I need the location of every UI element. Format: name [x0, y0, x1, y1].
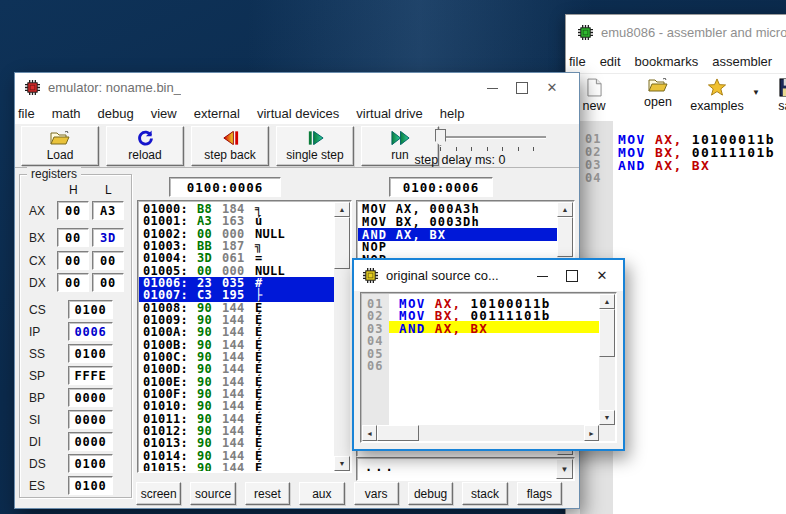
memory-row[interactable]: 0100A:90144É	[139, 326, 334, 338]
register-bx-h-field[interactable]: 00	[57, 228, 89, 247]
register-es-field[interactable]: 0100	[68, 476, 113, 495]
save-button[interactable]: sav	[766, 78, 786, 113]
close-icon[interactable]: ✕	[587, 266, 617, 286]
scroll-left-icon[interactable]: ◄	[362, 425, 377, 441]
menu-item-help[interactable]: help	[440, 106, 465, 121]
examples-dropdown-icon[interactable]: ▼	[752, 88, 760, 97]
code-line[interactable]	[618, 171, 786, 184]
source-button[interactable]: source	[190, 482, 235, 505]
scrollbar-thumb[interactable]	[599, 309, 615, 357]
code-line[interactable]: MOV BX, 00111101b	[618, 145, 786, 158]
source-window-titlebar[interactable]: original source co... ✕	[354, 260, 623, 291]
stack-button[interactable]: stack	[462, 482, 507, 505]
step-delay-slider-thumb[interactable]	[435, 129, 446, 146]
scroll-up-icon[interactable]: ▲	[557, 202, 573, 217]
memory-row[interactable]: 0100F:90144É	[139, 388, 334, 400]
register-ds-field[interactable]: 0100	[68, 454, 113, 473]
memory-row[interactable]: 01002:00000NULL	[139, 228, 334, 240]
code-line[interactable]: MOV AX, 10100011b	[618, 132, 786, 145]
menu-item-virtual-devices[interactable]: virtual devices	[257, 106, 339, 121]
memory-row[interactable]: 0100E:90144É	[139, 375, 334, 387]
memory-row[interactable]: 01003:BB187╗	[139, 240, 334, 252]
code-line[interactable]: MOV BX, 00111101b	[389, 308, 599, 320]
register-cs-field[interactable]: 0100	[68, 300, 113, 319]
memory-row[interactable]: 01007:C3195├	[139, 289, 334, 301]
memory-row[interactable]: 01014:90144É	[139, 449, 334, 461]
reset-button[interactable]: reset	[245, 482, 290, 505]
menu-item-external[interactable]: external	[194, 106, 240, 121]
memory-row[interactable]: 01010:90144É	[139, 400, 334, 412]
memory-row[interactable]: 01004:3D061=	[139, 252, 334, 264]
code-line[interactable]	[389, 346, 599, 358]
debug-button[interactable]: debug	[408, 482, 453, 505]
menu-item-file[interactable]: file	[18, 106, 35, 121]
memory-row[interactable]: 01012:90144É	[139, 425, 334, 437]
memory-row[interactable]: 01008:90144É	[139, 302, 334, 314]
code-line[interactable]	[389, 333, 599, 345]
scroll-down-icon[interactable]: ▼	[599, 410, 615, 425]
menu-item-math[interactable]: math	[52, 106, 81, 121]
disasm-address-field[interactable]: 0100:0006	[389, 177, 493, 197]
load-button[interactable]: Load	[21, 126, 99, 166]
menu-item-edit[interactable]: edit	[600, 54, 621, 69]
scrollbar-thumb[interactable]	[334, 217, 350, 269]
menu-item-assembler[interactable]: assembler	[712, 54, 772, 69]
minimize-button[interactable]	[477, 78, 507, 98]
memory-row[interactable]: 0100C:90144É	[139, 351, 334, 363]
register-ax-h-field[interactable]: 00	[57, 201, 89, 220]
reload-button[interactable]: reload	[106, 126, 184, 166]
memory-row[interactable]: 01005:00000NULL	[139, 265, 334, 277]
open-button[interactable]: open	[632, 78, 684, 109]
step-delay-slider-track[interactable]	[438, 136, 546, 138]
register-bx-l-field[interactable]: 3D	[92, 228, 124, 247]
register-ss-field[interactable]: 0100	[68, 344, 113, 363]
memory-row[interactable]: 01000:B8184╕	[139, 203, 334, 215]
menu-item-bookmarks[interactable]: bookmarks	[635, 54, 699, 69]
close-icon[interactable]: ✕	[537, 78, 567, 98]
source-code-area[interactable]: 010203040506 MOV AX, 10100011bMOV BX, 00…	[360, 292, 617, 443]
maximize-button[interactable]	[557, 266, 587, 286]
register-sp-field[interactable]: FFFE	[68, 366, 113, 385]
memory-row[interactable]: 01013:90144É	[139, 437, 334, 449]
emulator-titlebar[interactable]: emulator: noname.bin_ ✕	[15, 73, 579, 102]
disasm-row[interactable]: MOV BX, 0003Dh	[358, 216, 557, 229]
flags-button[interactable]: flags	[517, 482, 562, 505]
menu-item-file[interactable]: file	[569, 54, 586, 69]
memory-row[interactable]: 01009:90144É	[139, 314, 334, 326]
register-dx-h-field[interactable]: 00	[57, 273, 89, 292]
memory-row[interactable]: 01006:23035#	[139, 277, 334, 289]
register-cx-l-field[interactable]: 00	[92, 251, 124, 270]
examples-button[interactable]: examples	[684, 78, 750, 113]
disasm-row[interactable]: AND AX, BX	[358, 228, 557, 241]
single-step-button[interactable]: single step	[276, 126, 354, 166]
scroll-down-icon[interactable]: ▼	[334, 456, 350, 471]
scrollbar-thumb[interactable]	[377, 425, 419, 441]
maximize-button[interactable]	[507, 78, 537, 98]
menu-item-debug[interactable]: debug	[98, 106, 134, 121]
dropdown-arrow-icon[interactable]: ▼	[556, 459, 573, 479]
disasm-combo[interactable]: ... ▼	[356, 457, 575, 481]
register-dx-l-field[interactable]: 00	[92, 273, 124, 292]
memory-row[interactable]: 01011:90144É	[139, 412, 334, 424]
source-h-scrollbar[interactable]: ◄ ►	[362, 425, 599, 441]
memory-row[interactable]: 01001:A3163ú	[139, 215, 334, 227]
code-line[interactable]: MOV AX, 10100011b	[389, 296, 599, 308]
scrollbar-thumb[interactable]	[557, 217, 573, 257]
memory-scrollbar[interactable]: ▲ ▼	[334, 202, 350, 471]
scroll-up-icon[interactable]: ▲	[599, 294, 615, 309]
step-back-button[interactable]: step back	[191, 126, 269, 166]
register-ax-l-field[interactable]: A3	[92, 201, 124, 220]
scroll-right-icon[interactable]: ►	[584, 425, 599, 441]
source-v-scrollbar[interactable]: ▲ ▼	[599, 294, 615, 425]
scroll-up-icon[interactable]: ▲	[334, 202, 350, 217]
code-line[interactable]: AND AX, BX	[618, 158, 786, 171]
minimize-button[interactable]	[527, 266, 557, 286]
register-di-field[interactable]: 0000	[68, 432, 113, 451]
aux-button[interactable]: aux	[299, 482, 344, 505]
code-line[interactable]: AND AX, BX	[389, 321, 599, 333]
register-si-field[interactable]: 0000	[68, 410, 113, 429]
code-line[interactable]	[389, 358, 599, 370]
disasm-row[interactable]: NOP	[358, 241, 557, 254]
memory-row[interactable]: 0100B:90144É	[139, 339, 334, 351]
screen-button[interactable]: screen	[136, 482, 181, 505]
